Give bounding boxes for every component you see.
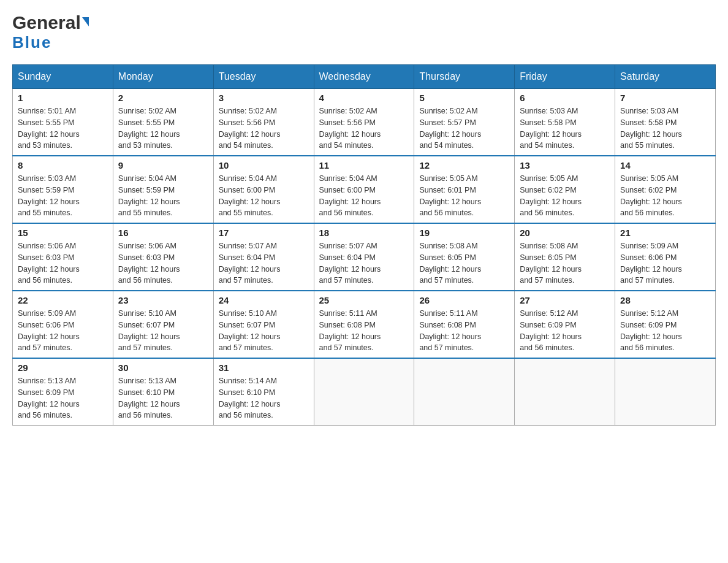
calendar-day-cell: 25Sunrise: 5:11 AMSunset: 6:08 PMDayligh… <box>314 291 414 358</box>
calendar-day-cell: 1Sunrise: 5:01 AMSunset: 5:55 PMDaylight… <box>13 89 113 156</box>
calendar-day-cell: 21Sunrise: 5:09 AMSunset: 6:06 PMDayligh… <box>615 223 716 291</box>
calendar-day-cell <box>414 358 515 426</box>
weekday-header-wednesday: Wednesday <box>314 65 414 89</box>
calendar-day-cell: 15Sunrise: 5:06 AMSunset: 6:03 PMDayligh… <box>13 223 113 291</box>
day-info: Sunrise: 5:12 AMSunset: 6:09 PMDaylight:… <box>620 308 710 354</box>
day-number: 16 <box>118 228 208 238</box>
day-info: Sunrise: 5:14 AMSunset: 6:10 PMDaylight:… <box>219 375 309 421</box>
day-info: Sunrise: 5:03 AMSunset: 5:58 PMDaylight:… <box>520 105 610 151</box>
day-info: Sunrise: 5:06 AMSunset: 6:03 PMDaylight:… <box>118 240 208 286</box>
day-number: 19 <box>419 228 509 238</box>
calendar-day-cell <box>314 358 414 426</box>
logo-general-text: General <box>12 12 81 33</box>
calendar-day-cell: 30Sunrise: 5:13 AMSunset: 6:10 PMDayligh… <box>113 358 213 426</box>
day-number: 12 <box>419 160 509 170</box>
day-info: Sunrise: 5:04 AMSunset: 5:59 PMDaylight:… <box>118 173 208 219</box>
day-number: 1 <box>18 93 108 103</box>
day-info: Sunrise: 5:10 AMSunset: 6:07 PMDaylight:… <box>219 308 309 354</box>
day-info: Sunrise: 5:02 AMSunset: 5:57 PMDaylight:… <box>419 105 509 151</box>
weekday-header-thursday: Thursday <box>414 65 515 89</box>
weekday-header-saturday: Saturday <box>615 65 716 89</box>
weekday-header-sunday: Sunday <box>13 65 113 89</box>
calendar-day-cell: 13Sunrise: 5:05 AMSunset: 6:02 PMDayligh… <box>515 156 615 223</box>
day-number: 6 <box>520 93 610 103</box>
calendar-day-cell: 6Sunrise: 5:03 AMSunset: 5:58 PMDaylight… <box>515 89 615 156</box>
day-number: 5 <box>419 93 509 103</box>
calendar-day-cell: 18Sunrise: 5:07 AMSunset: 6:04 PMDayligh… <box>314 223 414 291</box>
day-number: 26 <box>419 295 509 305</box>
day-number: 23 <box>118 295 208 305</box>
day-info: Sunrise: 5:05 AMSunset: 6:02 PMDaylight:… <box>620 173 710 219</box>
day-info: Sunrise: 5:03 AMSunset: 5:59 PMDaylight:… <box>18 173 108 219</box>
calendar-day-cell: 9Sunrise: 5:04 AMSunset: 5:59 PMDaylight… <box>113 156 213 223</box>
day-info: Sunrise: 5:08 AMSunset: 6:05 PMDaylight:… <box>419 240 509 286</box>
calendar-week-row: 1Sunrise: 5:01 AMSunset: 5:55 PMDaylight… <box>13 89 716 156</box>
day-info: Sunrise: 5:04 AMSunset: 6:00 PMDaylight:… <box>319 173 409 219</box>
logo: General Blue <box>12 12 89 52</box>
calendar-day-cell: 19Sunrise: 5:08 AMSunset: 6:05 PMDayligh… <box>414 223 515 291</box>
calendar-table: SundayMondayTuesdayWednesdayThursdayFrid… <box>12 64 716 426</box>
day-info: Sunrise: 5:07 AMSunset: 6:04 PMDaylight:… <box>319 240 409 286</box>
day-number: 2 <box>118 93 208 103</box>
calendar-day-cell: 22Sunrise: 5:09 AMSunset: 6:06 PMDayligh… <box>13 291 113 358</box>
day-info: Sunrise: 5:04 AMSunset: 6:00 PMDaylight:… <box>219 173 309 219</box>
calendar-day-cell: 27Sunrise: 5:12 AMSunset: 6:09 PMDayligh… <box>515 291 615 358</box>
day-number: 17 <box>219 228 309 238</box>
day-info: Sunrise: 5:12 AMSunset: 6:09 PMDaylight:… <box>520 308 610 354</box>
day-number: 30 <box>118 362 208 373</box>
calendar-week-row: 15Sunrise: 5:06 AMSunset: 6:03 PMDayligh… <box>13 223 716 291</box>
day-number: 10 <box>219 160 309 170</box>
day-number: 22 <box>18 295 108 305</box>
day-number: 3 <box>219 93 309 103</box>
day-number: 21 <box>620 228 710 238</box>
day-info: Sunrise: 5:13 AMSunset: 6:10 PMDaylight:… <box>118 375 208 421</box>
calendar-day-cell: 23Sunrise: 5:10 AMSunset: 6:07 PMDayligh… <box>113 291 213 358</box>
calendar-day-cell <box>615 358 716 426</box>
day-number: 27 <box>520 295 610 305</box>
calendar-day-cell: 3Sunrise: 5:02 AMSunset: 5:56 PMDaylight… <box>213 89 314 156</box>
day-number: 13 <box>520 160 610 170</box>
calendar-day-cell: 20Sunrise: 5:08 AMSunset: 6:05 PMDayligh… <box>515 223 615 291</box>
day-number: 29 <box>18 362 108 373</box>
weekday-header-tuesday: Tuesday <box>213 65 314 89</box>
calendar-day-cell: 26Sunrise: 5:11 AMSunset: 6:08 PMDayligh… <box>414 291 515 358</box>
calendar-day-cell: 11Sunrise: 5:04 AMSunset: 6:00 PMDayligh… <box>314 156 414 223</box>
calendar-day-cell: 2Sunrise: 5:02 AMSunset: 5:55 PMDaylight… <box>113 89 213 156</box>
weekday-header-row: SundayMondayTuesdayWednesdayThursdayFrid… <box>13 65 716 89</box>
calendar-day-cell: 5Sunrise: 5:02 AMSunset: 5:57 PMDaylight… <box>414 89 515 156</box>
day-info: Sunrise: 5:02 AMSunset: 5:56 PMDaylight:… <box>319 105 409 151</box>
day-number: 14 <box>620 160 710 170</box>
day-info: Sunrise: 5:07 AMSunset: 6:04 PMDaylight:… <box>219 240 309 286</box>
calendar-day-cell: 28Sunrise: 5:12 AMSunset: 6:09 PMDayligh… <box>615 291 716 358</box>
calendar-day-cell: 10Sunrise: 5:04 AMSunset: 6:00 PMDayligh… <box>213 156 314 223</box>
day-number: 11 <box>319 160 409 170</box>
day-info: Sunrise: 5:13 AMSunset: 6:09 PMDaylight:… <box>18 375 108 421</box>
day-info: Sunrise: 5:09 AMSunset: 6:06 PMDaylight:… <box>620 240 710 286</box>
day-info: Sunrise: 5:08 AMSunset: 6:05 PMDaylight:… <box>520 240 610 286</box>
calendar-day-cell: 14Sunrise: 5:05 AMSunset: 6:02 PMDayligh… <box>615 156 716 223</box>
day-number: 20 <box>520 228 610 238</box>
logo-blue-text: Blue <box>12 33 51 52</box>
day-number: 15 <box>18 228 108 238</box>
page-header: General Blue <box>12 12 716 52</box>
weekday-header-friday: Friday <box>515 65 615 89</box>
calendar-week-row: 22Sunrise: 5:09 AMSunset: 6:06 PMDayligh… <box>13 291 716 358</box>
day-info: Sunrise: 5:06 AMSunset: 6:03 PMDaylight:… <box>18 240 108 286</box>
calendar-week-row: 29Sunrise: 5:13 AMSunset: 6:09 PMDayligh… <box>13 358 716 426</box>
day-info: Sunrise: 5:11 AMSunset: 6:08 PMDaylight:… <box>319 308 409 354</box>
day-number: 25 <box>319 295 409 305</box>
day-number: 31 <box>219 362 309 373</box>
calendar-day-cell: 7Sunrise: 5:03 AMSunset: 5:58 PMDaylight… <box>615 89 716 156</box>
day-number: 18 <box>319 228 409 238</box>
weekday-header-monday: Monday <box>113 65 213 89</box>
day-info: Sunrise: 5:05 AMSunset: 6:01 PMDaylight:… <box>419 173 509 219</box>
day-info: Sunrise: 5:01 AMSunset: 5:55 PMDaylight:… <box>18 105 108 151</box>
day-number: 28 <box>620 295 710 305</box>
day-info: Sunrise: 5:05 AMSunset: 6:02 PMDaylight:… <box>520 173 610 219</box>
calendar-day-cell: 31Sunrise: 5:14 AMSunset: 6:10 PMDayligh… <box>213 358 314 426</box>
day-number: 7 <box>620 93 710 103</box>
day-info: Sunrise: 5:02 AMSunset: 5:56 PMDaylight:… <box>219 105 309 151</box>
calendar-day-cell: 16Sunrise: 5:06 AMSunset: 6:03 PMDayligh… <box>113 223 213 291</box>
calendar-day-cell <box>515 358 615 426</box>
calendar-day-cell: 12Sunrise: 5:05 AMSunset: 6:01 PMDayligh… <box>414 156 515 223</box>
